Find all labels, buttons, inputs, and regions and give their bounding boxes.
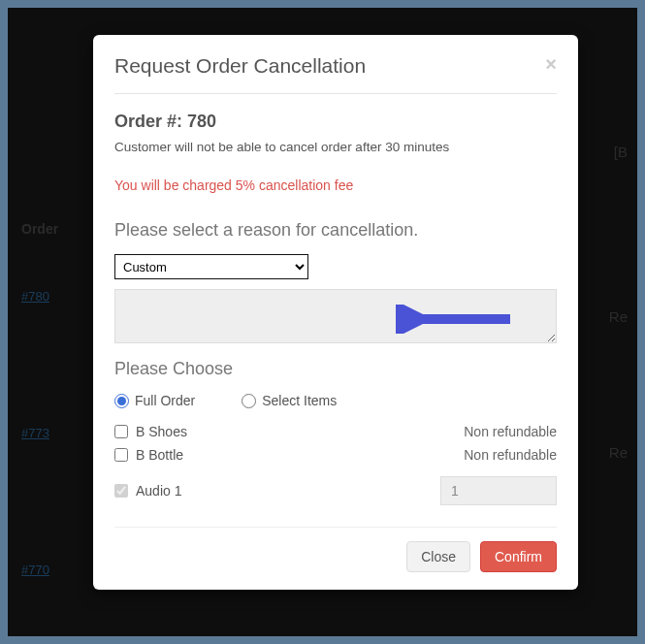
radio-full-order[interactable]: Full Order [114, 393, 195, 408]
modal-divider [114, 527, 557, 528]
reason-select[interactable]: Custom [114, 254, 308, 279]
page-background: [B Order #780 #773 #770 #768 Re Re Reque… [8, 8, 637, 636]
radio-select-items-input[interactable] [242, 394, 256, 408]
radio-full-order-input[interactable] [114, 394, 129, 408]
close-icon[interactable]: × [545, 54, 557, 74]
item-name-b-bottle: B Bottle [136, 447, 183, 463]
item-checkbox-audio-1 [114, 484, 128, 498]
item-row-b-bottle: B Bottle Non refundable [114, 443, 557, 467]
custom-reason-textarea[interactable] [114, 289, 557, 343]
item-qty-audio-1: 1 [440, 476, 557, 505]
modal-footer: Close Confirm [114, 541, 557, 572]
item-status-b-bottle: Non refundable [464, 447, 557, 463]
choose-label: Please Choose [114, 359, 557, 379]
item-row-b-shoes: B Shoes Non refundable [114, 420, 557, 443]
radio-select-items-label: Select Items [262, 393, 337, 408]
reason-label: Please select a reason for cancellation. [114, 220, 557, 241]
order-subtext: Customer will not be able to cancel orde… [114, 140, 557, 154]
modal-title: Request Order Cancellation [114, 54, 366, 78]
radio-full-order-label: Full Order [135, 393, 195, 408]
modal-header: Request Order Cancellation × [114, 54, 557, 94]
close-button[interactable]: Close [406, 541, 470, 572]
confirm-button[interactable]: Confirm [480, 541, 557, 572]
reason-select-row: Custom [114, 254, 557, 279]
item-name-audio-1: Audio 1 [136, 483, 181, 499]
item-checkbox-b-bottle[interactable] [114, 448, 128, 462]
order-number-heading: Order #: 780 [114, 112, 557, 132]
item-status-b-shoes: Non refundable [464, 424, 557, 439]
radio-select-items[interactable]: Select Items [242, 393, 337, 408]
item-name-b-shoes: B Shoes [136, 424, 187, 439]
item-row-audio-1: Audio 1 1 [114, 472, 557, 509]
item-checkbox-b-shoes[interactable] [114, 425, 128, 438]
cancellation-fee-warning: You will be charged 5% cancellation fee [114, 177, 557, 193]
cancel-order-modal: Request Order Cancellation × Order #: 78… [93, 35, 578, 590]
scope-radio-group: Full Order Select Items [114, 393, 557, 408]
